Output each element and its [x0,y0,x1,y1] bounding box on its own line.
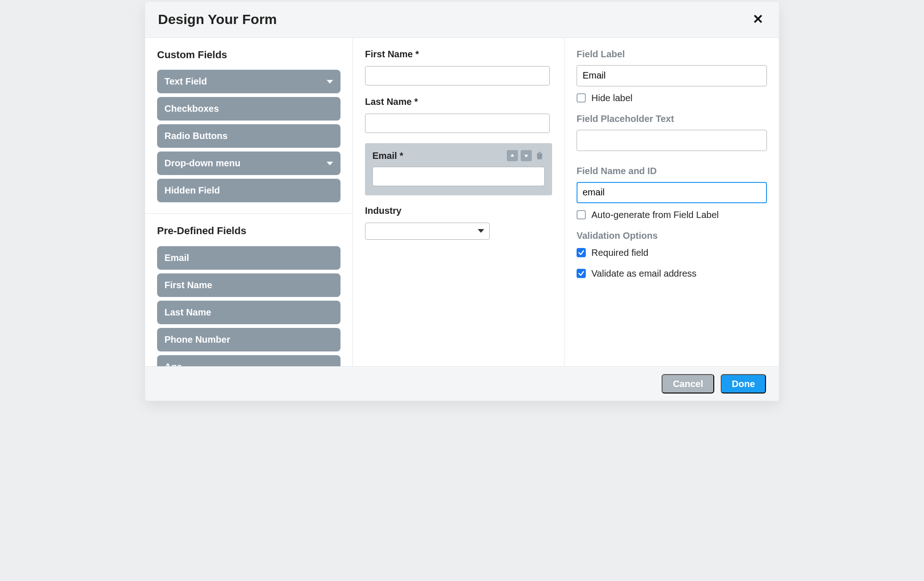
palette-email[interactable]: Email [157,246,340,270]
field-label: Industry [365,205,552,217]
industry-select[interactable] [365,223,490,240]
palette-item-label: Drop-down menu [164,157,240,169]
palette-hidden-field[interactable]: Hidden Field [157,179,340,202]
hide-label-text: Hide label [591,92,632,104]
required-field-text: Required field [591,247,648,259]
close-icon[interactable]: ✕ [750,11,766,28]
field-label: Email * [372,150,403,162]
placeholder-input[interactable] [577,130,767,151]
palette-dropdown-menu[interactable]: Drop-down menu [157,151,340,175]
required-field-row[interactable]: Required field [577,247,767,259]
hide-label-row[interactable]: Hide label [577,92,767,104]
palette-last-name[interactable]: Last Name [157,301,340,324]
palette-item-label: Hidden Field [164,184,220,197]
hide-label-checkbox[interactable] [577,93,586,103]
selected-field-header: Email * [372,150,545,162]
chevron-down-icon [327,80,333,84]
form-canvas: First Name * Last Name * Email * [353,38,565,367]
prop-title-field-label: Field Label [577,48,767,61]
palette-phone-number[interactable]: Phone Number [157,328,340,351]
prop-title-validation: Validation Options [577,230,767,242]
palette-age[interactable]: Age [157,355,340,366]
prop-title-name-id: Field Name and ID [577,165,767,177]
validate-email-text: Validate as email address [591,267,697,280]
palette-checkboxes[interactable]: Checkboxes [157,97,340,121]
cancel-button[interactable]: Cancel [662,374,714,393]
palette-item-label: Last Name [164,306,211,319]
field-email-selected[interactable]: Email * [365,143,552,195]
field-name-id-input[interactable] [577,182,767,203]
delete-icon[interactable] [535,150,545,161]
field-properties: Field Label Hide label Field Placeholder… [565,38,779,367]
move-down-icon[interactable] [521,150,532,161]
field-industry[interactable]: Industry [365,205,552,240]
palette-item-label: Age [164,361,182,366]
field-label: Last Name * [365,96,552,108]
palette-item-label: Radio Buttons [164,130,228,142]
done-button[interactable]: Done [721,374,766,393]
field-label: First Name * [365,48,552,61]
palette-item-label: Text Field [164,75,207,88]
validate-email-checkbox[interactable] [577,269,586,278]
modal-footer: Cancel Done [145,366,779,401]
form-designer-modal: Design Your Form ✕ Custom Fields Text Fi… [145,2,779,401]
palette-item-label: First Name [164,279,212,291]
palette-first-name[interactable]: First Name [157,273,340,297]
field-first-name[interactable]: First Name * [365,48,552,85]
auto-generate-row[interactable]: Auto-generate from Field Label [577,209,767,221]
modal-body: Custom Fields Text Field Checkboxes Radi… [145,38,779,367]
palette-text-field[interactable]: Text Field [157,70,340,93]
field-last-name[interactable]: Last Name * [365,96,552,133]
first-name-input[interactable] [365,66,550,85]
auto-generate-checkbox[interactable] [577,210,586,219]
field-label-input[interactable] [577,65,767,86]
industry-select-value[interactable] [365,223,490,240]
palette-radio-buttons[interactable]: Radio Buttons [157,124,340,148]
fields-palette: Custom Fields Text Field Checkboxes Radi… [145,38,353,367]
palette-item-label: Checkboxes [164,103,219,115]
last-name-input[interactable] [365,114,550,133]
validate-email-row[interactable]: Validate as email address [577,267,767,280]
email-input[interactable] [372,167,545,186]
custom-fields-section: Custom Fields Text Field Checkboxes Radi… [145,38,353,211]
move-up-icon[interactable] [507,150,518,161]
palette-item-label: Phone Number [164,333,230,346]
modal-header: Design Your Form ✕ [145,2,779,38]
chevron-down-icon [327,162,333,165]
field-actions [507,150,545,161]
palette-item-label: Email [164,252,189,264]
required-field-checkbox[interactable] [577,248,586,257]
modal-title: Design Your Form [158,10,277,29]
predefined-fields-section: Pre-Defined Fields Email First Name Last… [145,214,353,366]
predefined-fields-title: Pre-Defined Fields [157,224,340,238]
custom-fields-title: Custom Fields [157,48,340,62]
auto-generate-text: Auto-generate from Field Label [591,209,719,221]
prop-title-placeholder: Field Placeholder Text [577,113,767,125]
